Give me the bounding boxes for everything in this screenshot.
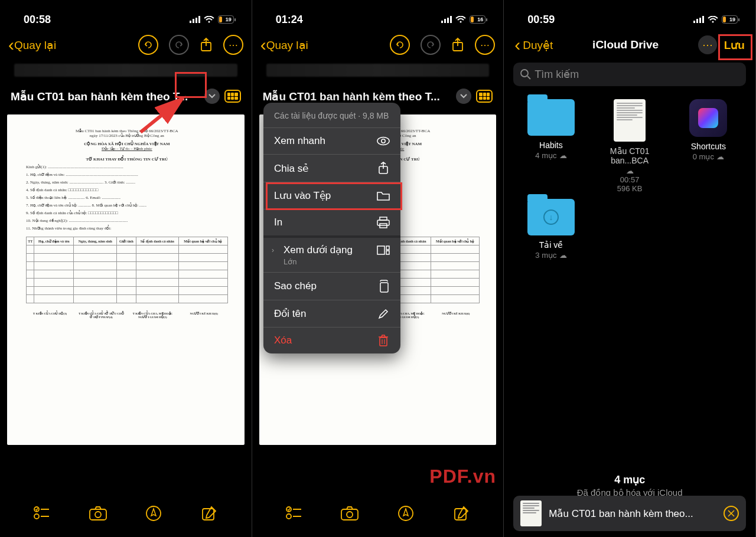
folder-icon: [377, 191, 390, 201]
folder-downloads[interactable]: ↓ Tải về 3 mục☁: [514, 199, 587, 260]
bottom-toolbar: [0, 490, 252, 537]
expand-button[interactable]: [456, 89, 471, 104]
filename-input[interactable]: Mẫu CT01 ban hành kèm theo...: [549, 507, 716, 520]
clock: 01:24: [276, 14, 303, 26]
folder-habits[interactable]: Habits 4 mục☁: [514, 99, 587, 193]
view-mode-button[interactable]: [476, 90, 493, 103]
wifi-icon: [204, 16, 214, 23]
redo-button: [421, 35, 441, 55]
svg-point-12: [95, 512, 101, 518]
browse-button[interactable]: ‹ Duyệt: [514, 38, 553, 52]
checklist-button[interactable]: [30, 506, 54, 520]
layout-icon: [377, 245, 390, 255]
signal-icon: [441, 16, 452, 23]
printer-icon: [377, 217, 390, 228]
svg-rect-46: [702, 16, 704, 23]
svg-point-30: [382, 139, 385, 143]
arrow-annotation: [137, 94, 191, 136]
files-grid: Habits 4 mục☁ Mẫu CT01 ban...BCA ☁ 00:57…: [504, 93, 755, 266]
svg-rect-16: [444, 19, 446, 23]
signal-icon: [693, 16, 704, 23]
svg-point-48: [521, 70, 528, 77]
phone-screen-1: 00:58 19 ‹ Quay lại ⋯ Mẫu CT01 ban hành: [0, 0, 252, 537]
status-bar: 00:58 19: [0, 0, 252, 31]
shortcuts-icon: [689, 99, 727, 137]
watermark: [429, 466, 496, 487]
redo-button: [169, 35, 189, 55]
svg-rect-18: [450, 16, 452, 23]
svg-rect-38: [380, 283, 388, 292]
cloud-icon: ☁: [559, 251, 567, 260]
menu-delete[interactable]: Xóa: [263, 327, 400, 353]
bottom-toolbar: [252, 490, 504, 537]
svg-point-4: [208, 21, 210, 23]
phone-screen-3: 00:59 19 ‹ Duyệt iCloud Drive ⋯ Lưu Tìm …: [504, 0, 756, 537]
more-button[interactable]: ⋯: [223, 35, 243, 55]
more-button[interactable]: ⋯: [475, 35, 495, 55]
svg-rect-33: [377, 220, 389, 225]
markup-button[interactable]: [141, 505, 166, 522]
svg-rect-25: [341, 509, 358, 520]
share-button[interactable]: [200, 37, 213, 53]
svg-rect-44: [696, 19, 698, 23]
checklist-button[interactable]: [282, 506, 307, 520]
svg-rect-3: [198, 16, 200, 23]
menu-view-as[interactable]: › Xem dưới dạng Lớn: [263, 235, 400, 272]
search-input[interactable]: Tìm kiếm: [513, 63, 746, 86]
battery-icon: 19: [722, 15, 738, 24]
status-icons: 19: [190, 15, 234, 24]
nav-bar: ‹ Quay lại ⋯: [0, 31, 252, 64]
compose-button[interactable]: [449, 506, 474, 521]
svg-point-23: [286, 514, 291, 519]
svg-point-26: [347, 512, 353, 518]
doc-item[interactable]: Mẫu CT01 ban...BCA ☁ 00:57 596 KB: [594, 99, 666, 193]
document-preview[interactable]: Mẫu CT01 ban hành kèm theo Thông tư số 6…: [7, 114, 245, 445]
filename-edit-bar: Mẫu CT01 ban hành kèm theo...: [513, 496, 746, 531]
menu-save-to-files[interactable]: Lưu vào Tệp: [263, 182, 400, 209]
doc-thumb-icon: [614, 99, 646, 142]
cloud-icon: ☁: [626, 166, 634, 175]
folder-shortcuts[interactable]: Shortcuts 0 mục☁: [672, 99, 745, 193]
menu-quicklook[interactable]: Xem nhanh: [263, 127, 400, 154]
chevron-left-icon: ‹: [514, 40, 520, 50]
blurred-content: [266, 64, 490, 77]
undo-button[interactable]: [138, 35, 158, 55]
svg-point-47: [712, 21, 713, 23]
menu-print[interactable]: In: [263, 209, 400, 235]
svg-rect-15: [441, 21, 443, 23]
status-bar: 00:59 19: [504, 0, 755, 31]
back-button[interactable]: ‹ Quay lại: [8, 38, 56, 52]
undo-button[interactable]: [390, 35, 410, 55]
clock: 00:59: [527, 14, 555, 26]
expand-button[interactable]: [204, 89, 220, 104]
chevron-right-icon: ›: [272, 246, 274, 254]
footer-info: 4 mục Đã đồng bộ hóa với iCloud: [504, 473, 755, 498]
chevron-left-icon: ‹: [260, 40, 266, 50]
svg-rect-0: [190, 21, 191, 23]
svg-rect-37: [386, 251, 389, 254]
trash-icon: [377, 335, 390, 346]
signal-icon: [190, 16, 200, 23]
menu-rename[interactable]: Đổi tên: [263, 300, 400, 327]
blurred-content: [14, 64, 237, 77]
status-icons: 19: [693, 15, 738, 24]
camera-button[interactable]: [337, 506, 362, 520]
save-button[interactable]: Lưu: [724, 38, 745, 52]
cloud-icon: ☁: [716, 152, 724, 161]
share-button[interactable]: [451, 37, 464, 53]
back-button[interactable]: ‹ Quay lại: [260, 38, 308, 52]
chevron-left-icon: ‹: [8, 40, 14, 50]
copy-icon: [377, 280, 390, 293]
compose-button[interactable]: [197, 506, 221, 521]
camera-button[interactable]: [86, 506, 110, 520]
location-more[interactable]: ⋯: [698, 35, 717, 54]
search-icon: [520, 69, 531, 80]
document-title: Mẫu CT01 ban hành kèm theo T...: [263, 90, 452, 103]
menu-copy[interactable]: Sao chép: [263, 272, 400, 300]
clear-button[interactable]: [724, 506, 739, 521]
folder-download-icon: ↓: [527, 199, 575, 235]
svg-rect-17: [447, 18, 449, 23]
markup-button[interactable]: [393, 505, 418, 522]
menu-share[interactable]: Chia sẻ: [263, 154, 400, 182]
view-mode-button[interactable]: [224, 90, 241, 103]
